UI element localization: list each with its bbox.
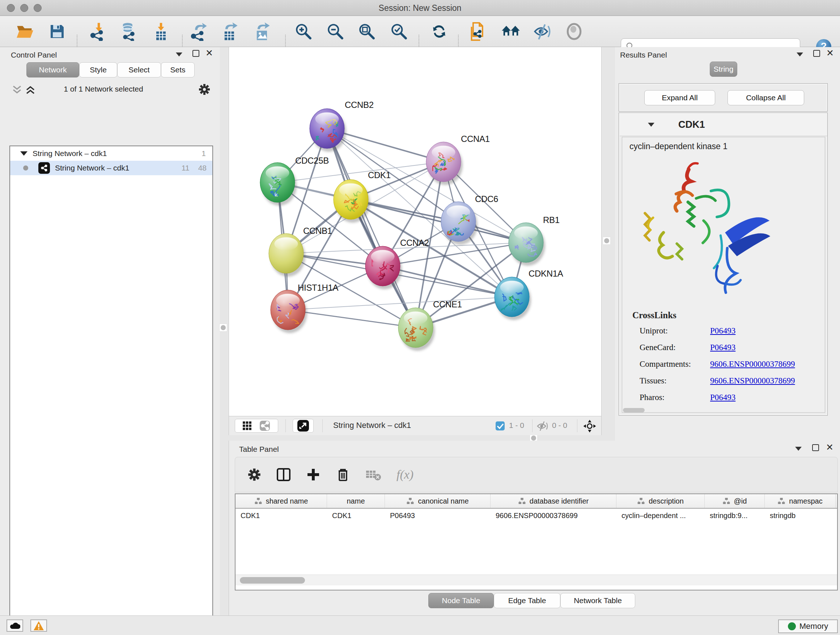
open-session-button[interactable] <box>14 21 35 42</box>
expand-all-button[interactable]: Expand All <box>644 90 715 105</box>
column-header[interactable]: namespac <box>765 494 836 508</box>
grid-view-icon[interactable] <box>242 421 252 431</box>
collapse-panel-icon[interactable] <box>795 447 802 451</box>
collapse-panel-icon[interactable] <box>176 52 182 57</box>
tab-sets[interactable]: Sets <box>161 62 195 78</box>
column-header[interactable]: shared name <box>235 494 327 508</box>
show-columns-icon[interactable] <box>276 467 291 482</box>
node-gloss <box>339 183 363 196</box>
table-cell[interactable]: CDK1 <box>327 509 385 523</box>
zoom-selected-button[interactable] <box>388 21 409 42</box>
tab-style[interactable]: Style <box>79 62 117 78</box>
add-column-icon[interactable] <box>306 467 321 482</box>
column-type-icon <box>406 497 414 505</box>
import-table-button[interactable] <box>150 21 172 42</box>
network-row[interactable]: String Network – cdk1 11 48 <box>10 161 212 175</box>
tab-select[interactable]: Select <box>117 62 161 78</box>
float-panel-icon[interactable] <box>193 50 199 57</box>
crosslink-value-link[interactable]: P06493 <box>710 343 736 352</box>
table-cell[interactable]: CDK1 <box>235 509 327 523</box>
home-button[interactable] <box>500 21 521 42</box>
network-node[interactable]: CDK1 <box>333 170 391 223</box>
export-network-button[interactable] <box>188 21 210 42</box>
zoom-in-button[interactable] <box>293 21 314 42</box>
string-import-button[interactable] <box>468 21 489 42</box>
table-cell[interactable]: stringdb <box>765 509 836 523</box>
close-panel-icon[interactable]: ✕ <box>826 49 834 57</box>
collapse-panel-icon[interactable] <box>797 52 803 57</box>
network-node[interactable]: CCNB2 <box>309 100 374 152</box>
crosslink-value-link[interactable]: P06493 <box>710 326 736 336</box>
warnings-button[interactable] <box>30 619 47 632</box>
gear-icon[interactable] <box>198 83 210 96</box>
table-hscrollbar[interactable] <box>235 575 837 585</box>
table-header-row: shared namenamecanonical namedatabase id… <box>235 494 837 509</box>
tab-network[interactable]: Network <box>27 62 79 78</box>
detail-hscroll-thumb[interactable] <box>623 408 645 412</box>
cloud-icon <box>9 622 20 630</box>
zoom-out-button[interactable] <box>325 21 346 42</box>
vertical-splitter-handle[interactable] <box>219 324 227 332</box>
network-canvas[interactable]: CCNB2CCNA1CDC25BCDK1CDC6RB1CCNB1CCNA2CDK… <box>229 47 602 416</box>
cloud-button[interactable] <box>6 619 23 632</box>
table-row[interactable]: CDK1CDK1P064939606.ENSP00000378699cyclin… <box>235 509 837 523</box>
network-node[interactable]: CDC6 <box>441 194 498 245</box>
birds-eye-icon[interactable] <box>583 419 597 433</box>
network-node[interactable]: RB1 <box>508 215 560 266</box>
crosslink-value-link[interactable]: 9606.ENSP00000378699 <box>710 376 795 386</box>
import-network-database-button[interactable] <box>118 21 139 42</box>
export-image-button[interactable] <box>252 21 273 42</box>
table-cell[interactable]: stringdb:9... <box>705 509 765 523</box>
network-graph[interactable]: CCNB2CCNA1CDC25BCDK1CDC6RB1CCNB1CCNA2CDK… <box>229 47 602 416</box>
float-panel-icon[interactable] <box>812 444 819 451</box>
gene-expander-icon[interactable] <box>648 123 654 127</box>
show-panel-button[interactable] <box>564 21 584 42</box>
tab-string[interactable]: String <box>710 62 737 77</box>
table-cell[interactable]: 9606.ENSP00000378699 <box>491 509 616 523</box>
network-edge[interactable] <box>327 128 416 328</box>
houses-icon <box>501 22 521 41</box>
memory-button[interactable]: Memory <box>778 619 838 633</box>
table-gear-icon[interactable] <box>248 468 261 481</box>
network-node[interactable]: CCNA1 <box>426 134 490 185</box>
import-network-file-button[interactable] <box>88 21 109 42</box>
table-cell[interactable]: cyclin–dependent ... <box>616 509 705 523</box>
apply-layout-button[interactable] <box>429 21 450 42</box>
column-header[interactable]: @id <box>705 494 765 508</box>
network-node[interactable]: CDC25B <box>260 156 329 206</box>
column-header[interactable]: database identifier <box>491 494 616 508</box>
results-splitter-handle[interactable] <box>603 237 611 245</box>
save-session-button[interactable] <box>47 21 68 42</box>
tab-edge-table[interactable]: Edge Table <box>494 593 561 608</box>
tab-node-table[interactable]: Node Table <box>428 593 494 608</box>
network-node[interactable]: CCNE1 <box>398 299 462 351</box>
network-edge[interactable] <box>351 200 526 242</box>
column-header[interactable]: canonical name <box>385 494 491 508</box>
results-panel-title: Results Panel <box>620 51 667 59</box>
close-panel-icon[interactable]: ✕ <box>205 49 213 57</box>
delete-column-icon[interactable] <box>336 467 350 482</box>
node-gloss <box>371 250 394 263</box>
close-panel-icon[interactable]: ✕ <box>826 443 834 451</box>
table-cell[interactable]: P06493 <box>385 509 491 523</box>
selected-checkbox-icon[interactable] <box>495 421 505 431</box>
external-link-icon[interactable] <box>297 420 309 432</box>
export-table-button[interactable] <box>219 21 240 42</box>
network-node[interactable]: CCNB1 <box>269 226 332 277</box>
tree-expander-icon[interactable] <box>20 151 27 156</box>
network-view-icon[interactable] <box>259 420 271 432</box>
hide-panel-button[interactable] <box>532 21 553 42</box>
network-node[interactable]: CDKN1A <box>494 269 563 320</box>
hscroll-thumb[interactable] <box>240 577 305 584</box>
tab-network-table[interactable]: Network Table <box>561 593 635 608</box>
crosslink-value-link[interactable]: P06493 <box>710 393 736 402</box>
column-header[interactable]: name <box>327 494 385 508</box>
gene-header-row[interactable]: CDK1 <box>620 114 827 136</box>
float-panel-icon[interactable] <box>813 50 820 57</box>
network-collection-row[interactable]: String Network – cdk1 1 <box>10 146 212 161</box>
column-header[interactable]: description <box>616 494 705 508</box>
node-gloss <box>315 112 339 125</box>
zoom-fit-button[interactable] <box>356 21 377 42</box>
crosslink-value-link[interactable]: 9606.ENSP00000378699 <box>710 359 795 369</box>
collapse-all-button[interactable]: Collapse All <box>728 90 804 105</box>
